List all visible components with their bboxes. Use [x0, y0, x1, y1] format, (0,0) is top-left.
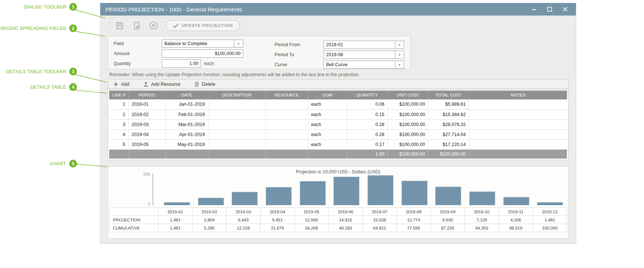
bar	[469, 191, 495, 205]
table-cell[interactable]: 2019-01	[128, 99, 165, 109]
table-cell[interactable]: $100,000.00	[388, 119, 428, 129]
delete-button[interactable]: Delete	[194, 82, 215, 87]
table-cell[interactable]	[208, 99, 265, 109]
table-cell[interactable]: $100,000.00	[388, 139, 428, 149]
table-cell[interactable]: 0.06	[347, 99, 388, 109]
totals-row: 1.00$100,000.00$100,000.00	[109, 149, 567, 159]
chart-period-header: 2019-10	[465, 208, 499, 216]
table-cell[interactable]: 2019-05	[128, 139, 165, 149]
period-to-value[interactable]	[323, 51, 395, 59]
chart-period-header: 2019-03	[227, 208, 261, 216]
table-cell[interactable]	[208, 119, 265, 129]
table-cell[interactable]: 2019-02	[128, 109, 165, 119]
table-cell[interactable]	[265, 139, 308, 149]
table-row[interactable]: 42019-04Apr-01-2019each0.28$100,000.00$2…	[109, 129, 567, 139]
table-cell[interactable]: Feb-01-2019	[165, 109, 208, 119]
table-cell[interactable]: $100,000.00	[388, 129, 428, 139]
table-cell[interactable]: each	[308, 129, 347, 139]
bar-column	[465, 174, 499, 205]
table-cell[interactable]: 5	[109, 139, 128, 149]
table-cell[interactable]: each	[308, 109, 347, 119]
table-cell[interactable]: 2	[109, 109, 128, 119]
column-header: PERIOD	[128, 91, 165, 99]
curve-value[interactable]	[323, 61, 395, 69]
table-cell[interactable]: 1	[109, 99, 128, 109]
table-cell[interactable]: 4	[109, 129, 128, 139]
bar-series	[160, 174, 567, 205]
table-row[interactable]: 12019-01Jan-01-2019each0.06$100,000.00$5…	[109, 99, 567, 109]
table-cell[interactable]	[208, 109, 265, 119]
cancel-button[interactable]	[149, 21, 158, 30]
table-cell[interactable]	[265, 129, 308, 139]
period-from-value[interactable]	[323, 41, 395, 49]
table-cell[interactable]: $100,000.00	[388, 99, 428, 109]
table-cell[interactable]: each	[308, 139, 347, 149]
table-cell[interactable]: 2019-04	[128, 129, 165, 139]
chevron-down-icon[interactable]: ▼	[395, 41, 404, 49]
table-cell[interactable]: $15,384.62	[428, 109, 469, 119]
table-cell[interactable]: 3	[109, 119, 128, 129]
chevron-down-icon[interactable]: ▼	[395, 61, 404, 69]
table-cell[interactable]	[469, 139, 567, 149]
import-button[interactable]	[132, 21, 141, 30]
table-cell[interactable]: Apr-01-2019	[165, 129, 208, 139]
table-cell[interactable]	[469, 99, 567, 109]
chart-series-row: PROJECTION1,4813,8046,9439,45112,58914,9…	[110, 216, 567, 224]
field-dropdown-value[interactable]	[162, 40, 234, 48]
table-row[interactable]: 22019-02Feb-01-2019each0.15$100,000.00$1…	[109, 109, 567, 119]
table-cell[interactable]	[265, 99, 308, 109]
table-row[interactable]: 52019-05May-01-2019each0.17$100,000.00$1…	[109, 139, 567, 149]
totals-cell	[308, 149, 347, 159]
chart-series-value: 12,589	[295, 216, 329, 224]
minimize-button[interactable]	[531, 6, 537, 13]
details-table-header-row: LINE #PERIODDATEDESCRIPTIONRESOURCEUOMQU…	[109, 91, 567, 99]
table-cell[interactable]	[469, 129, 567, 139]
table-cell[interactable]: Mar-01-2019	[165, 119, 208, 129]
table-cell[interactable]: $27,714.04	[428, 129, 469, 139]
table-cell[interactable]: May-01-2019	[165, 139, 208, 149]
add-button[interactable]: Add	[113, 82, 129, 87]
table-cell[interactable]: each	[308, 99, 347, 109]
amount-field[interactable]	[162, 50, 243, 58]
add-resource-button[interactable]: Add Resource	[143, 82, 180, 87]
details-table-toolbar: Add Add Resource Delete	[108, 79, 568, 89]
quantity-row: Quantity each	[114, 60, 251, 68]
table-cell[interactable]	[265, 109, 308, 119]
dialog-toolbar: UPDATE PROJECTION	[109, 17, 245, 34]
table-cell[interactable]	[265, 119, 308, 129]
update-projection-button[interactable]: UPDATE PROJECTION	[166, 20, 240, 31]
period-to-row: Period To ▼	[275, 51, 404, 59]
table-cell[interactable]	[469, 119, 567, 129]
close-button[interactable]	[562, 6, 568, 13]
table-cell[interactable]: $17,220.14	[428, 139, 469, 149]
close-icon	[563, 7, 568, 12]
save-button[interactable]	[115, 21, 124, 30]
table-cell[interactable]: 0.28	[347, 129, 388, 139]
chart-period-header: 2019-09	[431, 208, 465, 216]
table-cell[interactable]: 0.17	[347, 139, 388, 149]
table-cell[interactable]: $100,000.00	[388, 109, 428, 119]
bar-column	[160, 174, 194, 205]
chart-series-value: 9,630	[431, 216, 465, 224]
table-row[interactable]: 32019-03Mar-01-2019each0.28$100,000.00$2…	[109, 119, 567, 129]
table-cell[interactable]	[208, 139, 265, 149]
table-cell[interactable]: 0.15	[347, 109, 388, 119]
maximize-button[interactable]	[546, 6, 553, 13]
chevron-down-icon[interactable]: ▼	[395, 51, 404, 59]
totals-cell: 1.00	[347, 149, 388, 159]
chart-series-value: 14,915	[329, 216, 363, 224]
bar-column	[262, 174, 296, 205]
table-cell[interactable]	[208, 129, 265, 139]
table-cell[interactable]: $5,989.61	[428, 99, 469, 109]
table-cell[interactable]: 2019-03	[128, 119, 165, 129]
table-cell[interactable]: 0.28	[347, 119, 388, 129]
annotation-number-badge: 3	[69, 68, 77, 75]
chart-period-header: 2019-08	[397, 208, 431, 216]
table-cell[interactable]: Jan-01-2019	[165, 99, 208, 109]
chevron-down-icon[interactable]: ▼	[234, 40, 243, 48]
table-cell[interactable]: each	[308, 119, 347, 129]
quantity-field[interactable]	[162, 60, 201, 68]
table-cell[interactable]	[469, 109, 567, 119]
table-cell[interactable]: $28,076.32	[428, 119, 469, 129]
person-icon	[143, 82, 148, 87]
